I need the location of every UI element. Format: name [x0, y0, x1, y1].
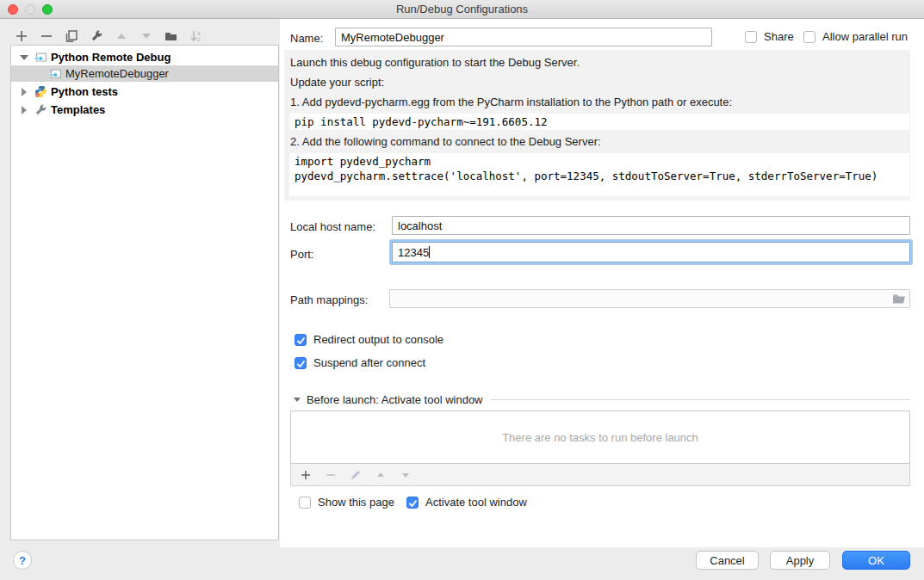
browse-folder-icon[interactable] [892, 293, 906, 305]
remote-debug-icon [34, 51, 47, 65]
move-up-icon[interactable] [115, 30, 127, 43]
tree-item-templates[interactable]: Templates [11, 102, 278, 118]
tree-item-label: Python Remote Debug [51, 51, 171, 64]
allow-parallel-run-checkbox-row[interactable]: Allow parallel run [803, 30, 908, 43]
add-icon[interactable] [299, 468, 312, 481]
name-label: Name: [290, 32, 323, 45]
tree-item-python-tests[interactable]: Python tests [11, 83, 278, 100]
tasks-empty-text: There are no tasks to run before launch [502, 431, 698, 444]
settrace-code-line1: import pydevd_pycharm [295, 154, 904, 169]
local-host-name-input[interactable] [392, 216, 910, 235]
chevron-down-icon[interactable] [294, 398, 301, 402]
allow-parallel-run-checkbox[interactable] [803, 31, 815, 43]
ok-button[interactable]: OK [842, 551, 910, 570]
copy-icon[interactable] [65, 30, 78, 43]
templates-wrench-icon [34, 103, 47, 117]
activate-tool-window-label: Activate tool window [425, 496, 527, 509]
settrace-code: import pydevd_pycharm pydevd_pycharm.set… [289, 153, 909, 196]
remote-debug-icon [48, 67, 62, 81]
configuration-editor-panel: Name: Share Allow parallel run Launch th… [280, 19, 924, 547]
configurations-tree: Python Remote Debug MyRemoteDebugger Pyt… [10, 45, 279, 540]
remove-icon[interactable] [40, 30, 53, 43]
description-line: Launch this debug configuration to start… [284, 52, 910, 72]
tree-item-python-remote-debug[interactable]: Python Remote Debug [11, 49, 278, 65]
svg-text:a: a [197, 30, 201, 36]
python-tests-icon [34, 85, 47, 99]
allow-parallel-run-label: Allow parallel run [822, 30, 908, 43]
new-folder-icon[interactable] [164, 30, 177, 43]
configurations-sidebar: az Python Remote Debug MyRemoteDebugger [0, 19, 280, 580]
show-this-page-label: Show this page [318, 496, 394, 509]
help-button[interactable]: ? [13, 551, 32, 570]
local-host-name-label: Local host name: [290, 220, 375, 233]
port-input[interactable]: 12345 [392, 242, 910, 262]
separator-line [490, 399, 910, 400]
remove-icon[interactable] [324, 468, 337, 481]
suspend-after-connect-checkbox[interactable] [295, 357, 307, 369]
show-this-page-checkbox[interactable] [299, 497, 311, 509]
path-mappings-label: Path mappings: [290, 293, 368, 306]
share-checkbox[interactable] [745, 31, 757, 43]
edit-defaults-wrench-icon[interactable] [90, 30, 102, 43]
name-input[interactable] [335, 28, 712, 46]
activate-tool-window-checkbox[interactable] [406, 497, 419, 509]
before-launch-title: Before launch: Activate tool window [307, 393, 483, 406]
chevron-down-icon[interactable] [18, 55, 30, 60]
move-up-icon[interactable] [374, 468, 387, 481]
pip-install-code: pip install pydevd-pycharm~=191.6605.12 [289, 114, 909, 130]
description-panel: Launch this debug configuration to start… [284, 50, 910, 201]
path-mappings-input[interactable] [389, 289, 910, 308]
move-down-icon[interactable] [399, 468, 412, 481]
sort-alphabetically-icon[interactable]: az [189, 30, 202, 43]
tree-item-label: MyRemoteDebugger [65, 67, 169, 80]
redirect-output-checkbox[interactable] [295, 334, 307, 346]
show-this-page-row[interactable]: Show this page [299, 496, 394, 509]
settrace-code-line2: pydevd_pycharm.settrace('localhost', por… [295, 169, 904, 183]
add-icon[interactable] [15, 30, 28, 43]
activate-tool-window-row[interactable]: Activate tool window [406, 496, 527, 509]
run-debug-configurations-dialog: Run/Debug Configurations az [0, 0, 924, 580]
redirect-output-label: Redirect output to console [313, 333, 443, 346]
window-title: Run/Debug Configurations [0, 3, 924, 15]
port-value: 12345 [398, 246, 429, 259]
redirect-output-row[interactable]: Redirect output to console [295, 333, 443, 346]
share-label: Share [764, 30, 794, 43]
suspend-after-connect-label: Suspend after connect [313, 356, 425, 369]
description-line: Update your script: [284, 72, 910, 92]
title-bar: Run/Debug Configurations [0, 0, 924, 19]
svg-text:z: z [197, 36, 200, 42]
suspend-after-connect-row[interactable]: Suspend after connect [295, 356, 425, 369]
cancel-button[interactable]: Cancel [696, 551, 759, 570]
move-down-icon[interactable] [140, 30, 152, 43]
tasks-toolbar [290, 464, 910, 486]
before-launch-tasks-list[interactable]: There are no tasks to run before launch [290, 410, 910, 464]
chevron-right-icon[interactable] [18, 106, 30, 114]
tree-item-myremotedebugger[interactable]: MyRemoteDebugger [11, 65, 278, 82]
tree-item-label: Templates [51, 103, 105, 116]
description-step: 2. Add the following command to connect … [284, 132, 910, 151]
tree-item-label: Python tests [51, 85, 118, 98]
before-launch-header[interactable]: Before launch: Activate tool window [294, 393, 910, 406]
chevron-right-icon[interactable] [18, 88, 30, 96]
description-step: 1. Add pydevd-pycharm.egg from the PyCha… [284, 92, 910, 112]
edit-pencil-icon[interactable] [349, 468, 362, 481]
port-label: Port: [290, 248, 313, 261]
text-caret [429, 246, 430, 258]
sidebar-toolbar: az [15, 29, 202, 43]
share-checkbox-row[interactable]: Share [745, 30, 794, 43]
apply-button[interactable]: Apply [770, 551, 830, 570]
